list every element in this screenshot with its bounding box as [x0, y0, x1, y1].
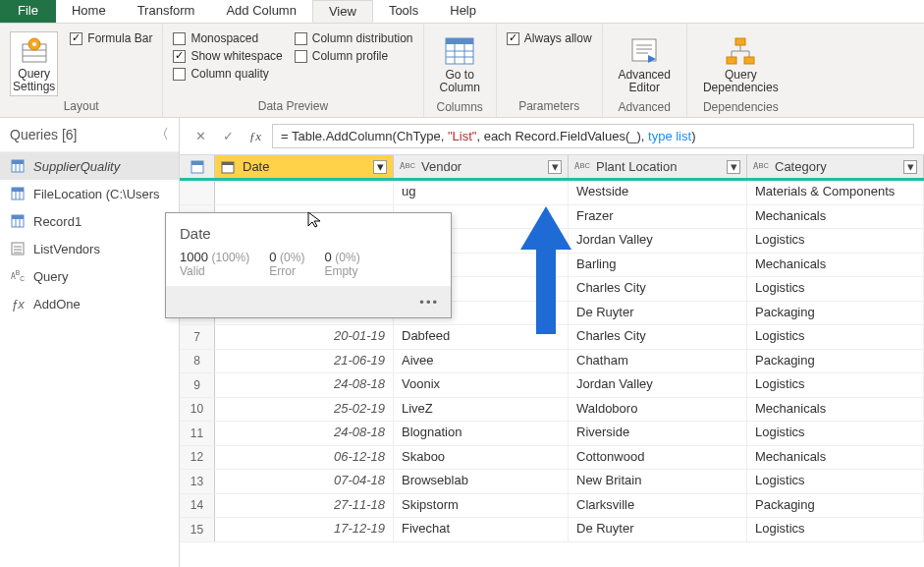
table-row[interactable]: 924-08-18VoonixJordan ValleyLogistics — [180, 373, 924, 398]
cell-plant[interactable]: Charles City — [569, 277, 747, 301]
cell-vendor[interactable]: Skaboo — [394, 446, 569, 470]
row-number[interactable]: 15 — [180, 518, 215, 541]
cell-plant[interactable]: Westside — [569, 181, 747, 204]
cell-plant[interactable]: Jordan Valley — [569, 229, 747, 253]
table-row[interactable]: ugWestsideMaterials & Components — [180, 181, 924, 205]
cell-plant[interactable]: Chatham — [569, 350, 747, 373]
advanced-editor-button[interactable]: Advanced Editor — [613, 31, 677, 98]
row-number[interactable]: 12 — [180, 446, 215, 470]
menu-view[interactable]: View — [312, 0, 373, 23]
accept-formula-button[interactable]: ✓ — [217, 126, 239, 147]
menu-file[interactable]: File — [0, 0, 56, 23]
cell-vendor[interactable]: ug — [394, 181, 569, 204]
cell-category[interactable]: Mechanicals — [747, 398, 924, 422]
row-number[interactable]: 8 — [180, 350, 215, 373]
cell-plant[interactable]: Waldoboro — [569, 398, 747, 422]
cell-plant[interactable]: De Ruyter — [569, 302, 747, 325]
cell-date[interactable]: 06-12-18 — [215, 446, 394, 470]
cell-plant[interactable]: Riverside — [569, 422, 747, 445]
formula-bar-checkbox[interactable]: Formula Bar — [70, 31, 152, 45]
row-header-corner[interactable] — [180, 155, 215, 178]
query-settings-button[interactable]: Query Settings — [10, 31, 58, 96]
cell-category[interactable]: Packaging — [747, 494, 924, 518]
fx-icon[interactable]: ƒx — [245, 126, 266, 147]
table-row[interactable]: 1025-02-19LiveZWaldoboroMechanicals — [180, 398, 924, 423]
table-row[interactable]: 1427-11-18SkipstormClarksvillePackaging — [180, 494, 924, 519]
query-item[interactable]: Record1 — [0, 207, 179, 235]
collapse-icon[interactable]: 〈 — [155, 126, 169, 143]
cell-category[interactable]: Packaging — [747, 302, 924, 325]
cell-vendor[interactable]: Fivechat — [394, 518, 569, 541]
query-item[interactable]: ListVendors — [0, 235, 179, 262]
cell-plant[interactable]: Clarksville — [569, 494, 747, 518]
row-number[interactable] — [180, 181, 215, 204]
cell-plant[interactable]: New Britain — [569, 470, 747, 493]
col-header-category[interactable]: ABC Category ▾ — [747, 155, 924, 178]
queries-header[interactable]: Queries [6] 〈 — [0, 118, 179, 152]
row-number[interactable]: 9 — [180, 373, 215, 397]
row-number[interactable]: 14 — [180, 494, 215, 518]
show-whitespace-checkbox[interactable]: Show whitespace — [173, 49, 282, 63]
cell-date[interactable]: 24-08-18 — [215, 373, 394, 397]
cell-category[interactable]: Mechanicals — [747, 254, 924, 277]
cell-category[interactable]: Logistics — [747, 277, 924, 301]
menu-add-column[interactable]: Add Column — [210, 0, 312, 23]
cell-date[interactable]: 24-08-18 — [215, 422, 394, 445]
row-number[interactable]: 10 — [180, 398, 215, 422]
cancel-formula-button[interactable]: ✕ — [190, 126, 211, 147]
tooltip-more-button[interactable]: ••• — [166, 286, 451, 317]
filter-dropdown-icon[interactable]: ▾ — [903, 160, 917, 174]
always-allow-checkbox[interactable]: Always allow — [507, 31, 592, 45]
cell-date[interactable] — [215, 181, 394, 204]
cell-category[interactable]: Packaging — [747, 350, 924, 373]
cell-date[interactable]: 25-02-19 — [215, 398, 394, 422]
monospaced-checkbox[interactable]: Monospaced — [173, 31, 282, 45]
table-row[interactable]: 1307-04-18BrowseblabNew BritainLogistics — [180, 470, 924, 494]
menu-transform[interactable]: Transform — [122, 0, 211, 23]
cell-category[interactable]: Logistics — [747, 422, 924, 445]
cell-category[interactable]: Logistics — [747, 229, 924, 253]
filter-dropdown-icon[interactable]: ▾ — [548, 160, 562, 174]
cell-category[interactable]: Materials & Components — [747, 181, 924, 204]
cell-category[interactable]: Logistics — [747, 518, 924, 541]
cell-vendor[interactable]: Voonix — [394, 373, 569, 397]
table-row[interactable]: 1517-12-19FivechatDe RuyterLogistics — [180, 518, 924, 542]
cell-plant[interactable]: Charles City — [569, 325, 747, 349]
column-quality-checkbox[interactable]: Column quality — [173, 67, 282, 81]
column-distribution-checkbox[interactable]: Column distribution — [295, 31, 413, 45]
col-header-vendor[interactable]: ABC Vendor ▾ — [394, 155, 569, 178]
cell-date[interactable]: 07-04-18 — [215, 470, 394, 493]
cell-vendor[interactable]: Browseblab — [394, 470, 569, 493]
table-row[interactable]: 821-06-19AiveeChathamPackaging — [180, 350, 924, 374]
row-number[interactable]: 13 — [180, 470, 215, 493]
cell-plant[interactable]: Frazer — [569, 205, 747, 229]
query-dependencies-button[interactable]: Query Dependencies — [697, 31, 785, 98]
cell-plant[interactable]: Cottonwood — [569, 446, 747, 470]
col-header-date[interactable]: Date ▾ — [215, 155, 394, 178]
cell-date[interactable]: 27-11-18 — [215, 494, 394, 518]
row-number[interactable]: 7 — [180, 325, 215, 349]
cell-vendor[interactable]: Skipstorm — [394, 494, 569, 518]
cell-category[interactable]: Mechanicals — [747, 446, 924, 470]
cell-plant[interactable]: Barling — [569, 254, 747, 277]
column-profile-checkbox[interactable]: Column profile — [295, 49, 413, 63]
filter-dropdown-icon[interactable]: ▾ — [373, 160, 387, 174]
menu-home[interactable]: Home — [56, 0, 122, 23]
row-number[interactable]: 11 — [180, 422, 215, 445]
cell-category[interactable]: Mechanicals — [747, 205, 924, 229]
menu-tools[interactable]: Tools — [373, 0, 434, 23]
menu-help[interactable]: Help — [434, 0, 492, 23]
cell-vendor[interactable]: Blognation — [394, 422, 569, 445]
cell-date[interactable]: 21-06-19 — [215, 350, 394, 373]
cell-date[interactable]: 17-12-19 — [215, 518, 394, 541]
cell-date[interactable]: 20-01-19 — [215, 325, 394, 349]
cell-vendor[interactable]: LiveZ — [394, 398, 569, 422]
goto-column-button[interactable]: Go to Column — [434, 31, 486, 98]
table-row[interactable]: 1124-08-18BlognationRiversideLogistics — [180, 422, 924, 446]
query-item[interactable]: FileLocation (C:\Users — [0, 180, 179, 207]
formula-input[interactable]: = Table.AddColumn(ChType, "List", each R… — [272, 124, 914, 148]
query-item[interactable]: ABCQuery — [0, 262, 179, 290]
cell-vendor[interactable]: Aivee — [394, 350, 569, 373]
query-item[interactable]: ƒxAddOne — [0, 290, 179, 317]
cell-plant[interactable]: Jordan Valley — [569, 373, 747, 397]
